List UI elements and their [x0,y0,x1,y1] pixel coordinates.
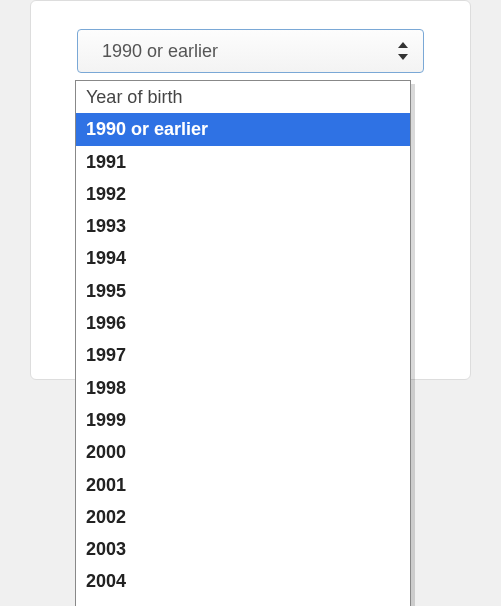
dropdown-option[interactable]: 2003 [76,533,410,565]
dropdown-option[interactable]: 1993 [76,210,410,242]
year-of-birth-dropdown[interactable]: Year of birth1990 or earlier199119921993… [75,80,411,606]
year-of-birth-select[interactable]: 1990 or earlier [77,29,424,73]
dropdown-option[interactable]: 1999 [76,404,410,436]
dropdown-option[interactable]: 1997 [76,339,410,371]
dropdown-option[interactable]: 2001 [76,469,410,501]
dropdown-option[interactable]: 2002 [76,501,410,533]
dropdown-option[interactable]: 1994 [76,242,410,274]
dropdown-option[interactable]: 1990 or earlier [76,113,410,145]
dropdown-option[interactable]: Year of birth [76,81,410,113]
dropdown-option[interactable]: 1998 [76,372,410,404]
updown-caret-icon [397,42,409,60]
dropdown-option[interactable]: 2004 [76,565,410,597]
dropdown-option[interactable]: 1992 [76,178,410,210]
dropdown-option[interactable]: 1995 [76,275,410,307]
dropdown-option[interactable]: 1991 [76,146,410,178]
dropdown-option[interactable]: 2005 [76,598,410,606]
select-current-value: 1990 or earlier [102,41,218,62]
dropdown-option[interactable]: 2000 [76,436,410,468]
dropdown-option[interactable]: 1996 [76,307,410,339]
